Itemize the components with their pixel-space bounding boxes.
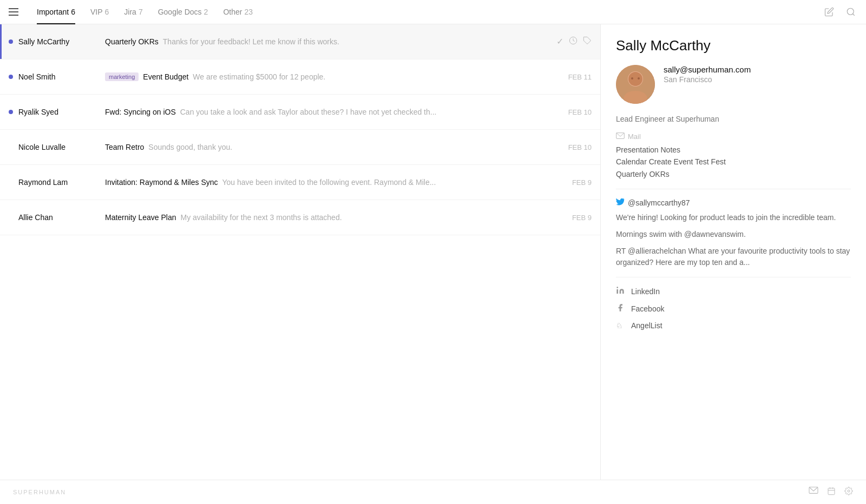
tweet-text: RT @allierachelchan What are your favour… [616, 246, 851, 268]
svg-rect-12 [828, 488, 835, 495]
mail-section: Mail Presentation NotesCalendar Create E… [616, 132, 851, 180]
email-body: marketing Event Budget We are estimating… [105, 72, 562, 81]
contact-title: Lead Engineer at Superhuman [616, 115, 851, 123]
nav-tabs: Important 6VIP 6Jira 7Google Docs 2Other… [29, 0, 260, 24]
contact-header: sally@superhuman.com San Francisco [616, 65, 851, 104]
email-date: FEB 11 [568, 73, 592, 81]
email-body: Invitation: Raymond & Miles Sync You hav… [105, 178, 566, 187]
social-link-facebook[interactable]: Facebook [616, 303, 851, 314]
mail-label: Mail [616, 132, 851, 141]
email-body: Quarterly OKRs Thanks for your feedback!… [105, 37, 552, 46]
email-subject: Invitation: Raymond & Miles Sync [105, 178, 218, 187]
unread-dot [9, 39, 13, 44]
linkedin-icon [616, 286, 627, 297]
nav-tab-other[interactable]: Other 23 [215, 0, 260, 24]
nav-tab-count: 6 [105, 8, 109, 16]
nav-tab-jira[interactable]: Jira 7 [116, 0, 150, 24]
email-body: Maternity Leave Plan My availability for… [105, 213, 566, 222]
email-sender: Noel Smith [18, 72, 105, 81]
mail-thread-link[interactable]: Quarterly OKRs [616, 168, 851, 180]
tweet-text: We're hiring! Looking for product leads … [616, 212, 851, 223]
nav-actions [823, 5, 857, 18]
social-link-angellist[interactable]: ♘AngelList [616, 321, 851, 330]
settings-icon[interactable] [844, 487, 853, 498]
mail-thread-link[interactable]: Calendar Create Event Test Fest [616, 156, 851, 168]
svg-point-7 [631, 77, 633, 79]
nav-tab-label: Google Docs [158, 8, 202, 16]
email-body: Team Retro Sounds good, thank you. [105, 143, 562, 151]
mail-section-label: Mail [628, 132, 641, 141]
email-date: FEB 10 [568, 108, 592, 116]
bottom-icons [809, 487, 853, 498]
contact-info: sally@superhuman.com San Francisco [664, 65, 851, 84]
avatar-image [616, 65, 655, 104]
email-row[interactable]: Sally McCarthy Quarterly OKRs Thanks for… [0, 24, 600, 59]
top-nav: Important 6VIP 6Jira 7Google Docs 2Other… [0, 0, 866, 24]
nav-tab-label: Important [37, 8, 69, 16]
svg-point-6 [628, 72, 642, 86]
email-subject: Fwd: Syncing on iOS [105, 108, 176, 116]
checkmark-icon[interactable]: ✓ [556, 36, 563, 47]
tag-icon[interactable] [583, 36, 592, 47]
email-subject: Event Budget [143, 72, 188, 81]
nav-tab-count: 23 [244, 8, 253, 16]
mail-thread-link[interactable]: Presentation Notes [616, 144, 851, 156]
email-sender: Raymond Lam [18, 178, 105, 187]
email-preview: Sounds good, thank you. [148, 143, 232, 151]
email-tag: marketing [105, 72, 139, 81]
tweets-container: We're hiring! Looking for product leads … [616, 212, 851, 268]
tweet-text: Mornings swim with @dawnevanswim. [616, 229, 851, 240]
email-row[interactable]: Ryalik Syed Fwd: Syncing on iOS Can you … [0, 95, 600, 130]
email-date: FEB 9 [572, 178, 592, 187]
unread-dot [9, 75, 13, 79]
nav-tab-google-docs[interactable]: Google Docs 2 [150, 0, 216, 24]
email-subject: Quarterly OKRs [105, 37, 159, 46]
svg-point-10 [616, 287, 618, 289]
email-preview: Thanks for your feedback! Let me know if… [163, 37, 339, 46]
contact-location: San Francisco [664, 75, 851, 84]
svg-point-0 [847, 8, 854, 15]
contact-email: sally@superhuman.com [664, 65, 851, 74]
email-date: FEB 10 [568, 143, 592, 151]
unread-dot [9, 110, 13, 114]
nav-tab-count: 6 [71, 8, 75, 16]
email-preview: You have been invited to the following e… [222, 178, 436, 187]
twitter-username[interactable]: @sallymccarthy87 [628, 198, 690, 207]
right-panel: Sally McCarthy sally@sup [601, 24, 866, 480]
email-subject: Team Retro [105, 143, 144, 151]
bottom-bar: SUPERHUMAN [0, 480, 866, 504]
twitter-icon [616, 198, 625, 208]
divider-2 [616, 277, 851, 277]
email-preview: Can you take a look and ask Taylor about… [180, 108, 437, 116]
compose-icon[interactable] [809, 487, 818, 498]
facebook-icon [616, 303, 627, 314]
email-row[interactable]: Noel Smith marketing Event Budget We are… [0, 59, 600, 95]
email-row[interactable]: Raymond Lam Invitation: Raymond & Miles … [0, 165, 600, 200]
main-layout: Sally McCarthy Quarterly OKRs Thanks for… [0, 24, 866, 480]
email-row[interactable]: Nicole Luvalle Team Retro Sounds good, t… [0, 130, 600, 165]
search-icon[interactable] [844, 5, 857, 18]
mail-icon [616, 132, 625, 141]
nav-tab-important[interactable]: Important 6 [29, 0, 83, 24]
nav-tab-label: Other [223, 8, 242, 16]
clock-icon[interactable] [569, 36, 578, 47]
email-sender: Ryalik Syed [18, 108, 105, 116]
twitter-handle: @sallymccarthy87 [616, 198, 851, 208]
angellist-icon: ♘ [616, 321, 627, 330]
social-links: LinkedInFacebook♘AngelList [616, 286, 851, 330]
nav-tab-vip[interactable]: VIP 6 [83, 0, 116, 24]
calendar-icon[interactable] [827, 487, 836, 498]
email-sender: Allie Chan [18, 213, 105, 222]
avatar [616, 65, 655, 104]
svg-point-13 [848, 490, 850, 492]
email-row[interactable]: Allie Chan Maternity Leave Plan My avail… [0, 200, 600, 235]
contact-name: Sally McCarthy [616, 37, 851, 54]
hamburger-menu[interactable] [9, 8, 18, 16]
no-dot [9, 215, 13, 220]
social-link-linkedin[interactable]: LinkedIn [616, 286, 851, 297]
edit-icon[interactable] [823, 5, 836, 18]
social-platform-name: Facebook [631, 304, 664, 313]
no-dot [9, 145, 13, 149]
divider-1 [616, 189, 851, 189]
email-sender: Sally McCarthy [18, 37, 105, 46]
